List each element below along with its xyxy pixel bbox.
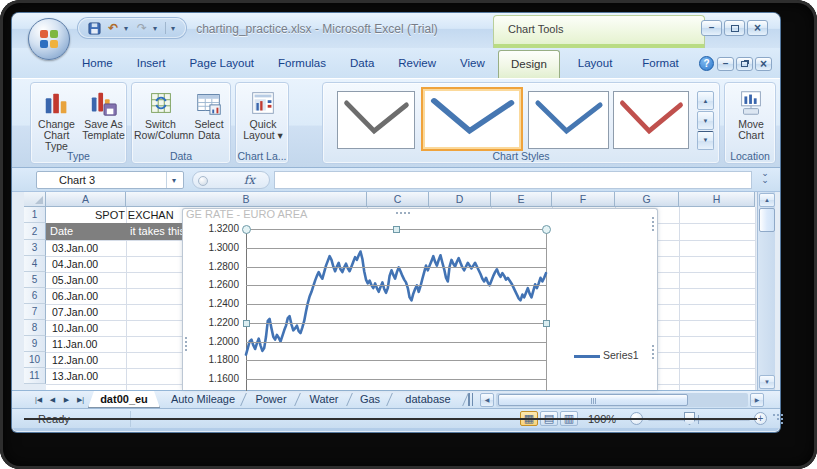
row-header-4[interactable]: 4 <box>24 256 46 272</box>
hscroll-right-button[interactable] <box>750 393 764 407</box>
change-chart-type-button[interactable]: ChangeChart Type <box>34 85 79 149</box>
sheet-tab-auto-mileage[interactable]: Auto Mileage <box>164 391 242 408</box>
sheet-tab-dat00_eu[interactable]: dat00_eu <box>88 391 160 408</box>
column-header-E[interactable]: E <box>491 192 552 207</box>
tab-layout[interactable]: Layout <box>566 48 625 78</box>
column-header-C[interactable]: C <box>367 192 429 207</box>
office-button[interactable] <box>28 18 70 60</box>
cell-date-row11[interactable]: 13.Jan.00 <box>52 370 124 382</box>
row-header-5[interactable]: 5 <box>24 272 46 288</box>
selection-handle-2[interactable] <box>542 225 551 234</box>
sheet-tab-gas[interactable]: Gas <box>352 391 388 408</box>
selection-handle-0[interactable] <box>242 225 251 234</box>
row2-header-fill[interactable]: Dateit takes this <box>46 223 182 240</box>
scroll-up-button[interactable] <box>759 193 775 207</box>
save-button[interactable] <box>86 20 102 36</box>
select-all-corner[interactable] <box>24 192 46 207</box>
column-header-H[interactable]: H <box>679 192 755 207</box>
embedded-chart[interactable]: GE RATE - EURO AREA Series1 1.32001.3000… <box>182 208 658 390</box>
chart-style-blue-line[interactable] <box>421 87 523 151</box>
cell-date-row7[interactable]: 07.Jan.00 <box>52 306 124 318</box>
horizontal-scrollbar[interactable] <box>496 393 748 407</box>
row-header-6[interactable]: 6 <box>24 288 46 304</box>
row-header-8[interactable]: 8 <box>24 320 46 336</box>
vertical-scrollbar[interactable] <box>757 192 775 390</box>
row-header-10[interactable]: 10 <box>24 352 46 368</box>
formula-input[interactable] <box>274 171 752 189</box>
quick-layout-button[interactable]: QuickLayout ▾ <box>240 85 286 149</box>
tab-insert[interactable]: Insert <box>125 48 178 78</box>
selection-handle-3[interactable] <box>243 320 250 327</box>
cell-date-row4[interactable]: 04.Jan.00 <box>52 258 124 270</box>
styles-scroll-down-icon[interactable] <box>697 111 714 130</box>
undo-button[interactable] <box>105 20 121 36</box>
tab-split-handle[interactable] <box>468 393 473 406</box>
cell-date-row9[interactable]: 11.Jan.00 <box>52 338 124 350</box>
row-header-2[interactable]: 2 <box>24 223 46 240</box>
move-chart-button[interactable]: MoveChart <box>728 85 774 149</box>
sheet-tab-water[interactable]: Water <box>300 391 348 408</box>
row-header-9[interactable]: 9 <box>24 336 46 352</box>
resize-grip-icon[interactable] <box>773 414 775 416</box>
chart-style-blue-line-2[interactable] <box>528 91 609 149</box>
help-button[interactable]: ? <box>699 56 714 71</box>
cell-date-row5[interactable]: 05.Jan.00 <box>52 274 124 286</box>
tab-formulas[interactable]: Formulas <box>266 48 338 78</box>
redo-button[interactable] <box>134 20 150 36</box>
cell-date-row6[interactable]: 06.Jan.00 <box>52 290 124 302</box>
chart-style-red-line[interactable] <box>613 91 689 149</box>
sheet-tab-database[interactable]: database <box>392 391 464 408</box>
close-button[interactable] <box>747 20 768 36</box>
selection-handle-1[interactable] <box>393 226 400 233</box>
row-header-3[interactable]: 3 <box>24 240 46 256</box>
chart-plot-area[interactable] <box>183 209 659 391</box>
save-as-template-button[interactable]: Save AsTemplate <box>81 85 126 149</box>
column-header-A[interactable]: A <box>46 192 126 207</box>
column-header-B[interactable]: B <box>126 192 367 207</box>
tab-design[interactable]: Design <box>498 50 560 78</box>
maximize-button[interactable] <box>724 20 745 36</box>
last-sheet-button[interactable] <box>74 393 87 406</box>
close-workbook-button[interactable] <box>755 57 772 71</box>
column-header-D[interactable]: D <box>429 192 491 207</box>
horizontal-scroll-thumb[interactable] <box>498 394 688 406</box>
expand-formula-bar-icon[interactable]: ⌄⌄ <box>758 170 772 184</box>
chart-style-gray-line[interactable] <box>337 91 415 149</box>
cell-date-row10[interactable]: 12.Jan.00 <box>52 354 124 366</box>
tab-review[interactable]: Review <box>386 48 448 78</box>
restore-workbook-button[interactable] <box>736 57 753 71</box>
redo-dropdown-icon[interactable] <box>153 24 160 33</box>
tab-home[interactable]: Home <box>70 48 125 78</box>
prev-sheet-button[interactable] <box>46 393 59 406</box>
cell-a1-title[interactable]: SPOT EXCHAN <box>95 209 182 221</box>
styles-scroll-up-icon[interactable] <box>697 91 714 110</box>
tab-data[interactable]: Data <box>338 48 386 78</box>
name-box-dropdown-icon[interactable] <box>166 172 181 188</box>
more-styles-icon[interactable] <box>697 131 714 150</box>
cell-date-row8[interactable]: 10.Jan.00 <box>52 322 124 334</box>
select-data-button[interactable]: SelectData <box>188 85 230 149</box>
vertical-scroll-thumb[interactable] <box>759 208 775 232</box>
tab-view[interactable]: View <box>448 48 497 78</box>
tab-format[interactable]: Format <box>630 48 690 78</box>
next-sheet-button[interactable] <box>60 393 73 406</box>
undo-dropdown-icon[interactable] <box>124 24 131 33</box>
first-sheet-button[interactable] <box>32 393 45 406</box>
minimize-button[interactable] <box>701 20 722 36</box>
hscroll-left-button[interactable] <box>480 393 494 407</box>
cell-date-row3[interactable]: 03.Jan.00 <box>52 242 124 254</box>
scroll-down-button[interactable] <box>759 375 775 389</box>
row-header-11[interactable]: 11 <box>24 368 46 384</box>
row-header-1[interactable]: 1 <box>24 207 46 223</box>
switch-row-column-button[interactable]: SwitchRow/Column <box>134 85 187 149</box>
minimize-workbook-button[interactable] <box>717 57 734 71</box>
fx-icon[interactable] <box>244 173 255 187</box>
row-header-7[interactable]: 7 <box>24 304 46 320</box>
selection-handle-4[interactable] <box>543 320 550 327</box>
sheet-tab-power[interactable]: Power <box>246 391 296 408</box>
tab-page-layout[interactable]: Page Layout <box>177 48 266 78</box>
column-header-F[interactable]: F <box>552 192 615 207</box>
legend-label[interactable]: Series1 <box>603 349 639 361</box>
name-box[interactable]: Chart 3 <box>36 171 184 189</box>
column-header-G[interactable]: G <box>615 192 679 207</box>
